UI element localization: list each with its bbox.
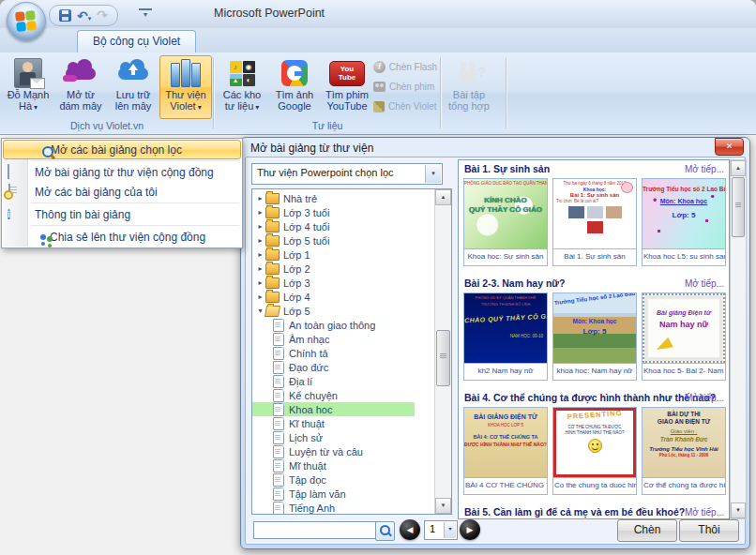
insert-movie-button[interactable]: Chèn phim <box>373 77 437 97</box>
tree-item[interactable]: Kể chuyện <box>252 388 435 402</box>
tree-item[interactable]: ▸Lớp 2 <box>252 262 435 276</box>
tree-item[interactable]: Kĩ thuật <box>252 416 435 430</box>
undo-button[interactable]: ↶▾ <box>77 8 91 24</box>
library-select[interactable]: Thư viện Powerpoint chọn lọc ▾ <box>251 163 443 185</box>
tree-item-expanded[interactable]: ▾Lớp 5 <box>252 304 435 318</box>
thumbnail[interactable]: BÀI GIẢNG ĐIỆN TỬ KHOA HỌC LỚP 5 BÀI 4: … <box>463 407 548 495</box>
thumbnail[interactable]: PRESENTING CƠ THỂ CHÚNG TA ĐƯỢC HÌNH THÀ… <box>552 407 637 495</box>
previous-page-button[interactable]: ◀ <box>400 519 420 540</box>
save-to-cloud-button[interactable]: Lưu trữlên mây <box>107 55 159 119</box>
tree-item-selected[interactable]: Khoa hoc <box>252 402 415 416</box>
youtube-icon: YouTube <box>329 61 365 86</box>
thumbnail[interactable]: Thứ ba ngày 6 tháng 8 năm 2013 Khoa học:… <box>552 178 637 266</box>
insert-violet-button[interactable]: Chèn Violet <box>373 97 437 116</box>
youtube-search-button[interactable]: YouTube Tìm phimYouTube <box>321 55 373 119</box>
thumbnail[interactable]: PHÒNG GIÁO DỤC ĐÀO TẠO QUẬN THANH KHÊ KÍ… <box>463 178 548 266</box>
page-icon <box>273 502 284 515</box>
tree-item[interactable]: Mĩ thuật <box>252 458 435 472</box>
film-icon <box>373 82 386 92</box>
chevron-down-icon: ▾ <box>34 103 38 112</box>
menu-separator <box>31 202 239 203</box>
tree-item[interactable]: Địa lí <box>252 374 435 388</box>
more-link[interactable]: Mở tiếp... <box>685 160 724 178</box>
tree-item[interactable]: ▸Lớp 3 tuổi <box>252 205 435 219</box>
lesson-row: Bài 2-3. Nam hay nữ?Mở tiếp... PHÒNG GD … <box>459 275 729 381</box>
thumbnail[interactable]: Bài giảng Điện tử Nam hay nữ Khoa hoc 5-… <box>642 292 726 381</box>
tree-scrollbar[interactable]: ▲ ▼ <box>434 189 451 514</box>
save-icon[interactable] <box>59 9 71 22</box>
account-button[interactable]: Đỗ MạnhHà▾ <box>2 55 54 119</box>
chevron-down-icon: ▾ <box>255 103 259 112</box>
thumbnail[interactable]: Trường Tiểu học số 2 Lao Bảo Môn: Khoa h… <box>552 292 637 381</box>
thumbnail[interactable]: Trường Tiểu học số 2 Lao Bảo Môn: Khoa h… <box>642 178 726 266</box>
scroll-up-icon[interactable]: ▲ <box>435 189 451 205</box>
tree-item[interactable]: Luyện từ và câu <box>252 444 435 458</box>
thumbnail[interactable]: BÀI DỰ THI GIÁO ÁN ĐIỆN TỬ Giáo viên : T… <box>642 407 726 495</box>
violet-library-button[interactable]: Thư việnViolet▾ <box>159 55 212 119</box>
office-logo-icon <box>15 10 37 32</box>
folder-icon <box>265 235 280 247</box>
tree-item[interactable]: Chính tả <box>252 346 435 360</box>
chevron-down-icon[interactable]: ▾ <box>444 522 456 538</box>
chevron-down-icon[interactable]: ▾ <box>425 165 441 183</box>
media-stores-button[interactable]: ♪◉▴◐ Các khotư liệu▾ <box>216 55 268 119</box>
tree-item[interactable]: Âm nhạc <box>252 332 435 346</box>
menu-item-share-to-community[interactable]: Chia sẻ lên thư viện cộng đồng <box>3 227 241 247</box>
tab-bo-cong-cu-violet[interactable]: Bộ công cụ Violet <box>77 30 196 52</box>
search-button[interactable] <box>375 521 395 541</box>
dialog-body: Thư viện Powerpoint chọn lọc ▾ ▸Nhà trẻ … <box>245 157 746 545</box>
photo-grid <box>553 206 636 233</box>
page-select[interactable]: 1 ▾ <box>424 520 458 540</box>
folder-icon <box>265 221 280 232</box>
ribbon: Đỗ MạnhHà▾ Mở từđám mây Lưu trữlên mây T… <box>0 52 756 135</box>
tree-item[interactable]: ▸Nhà trẻ <box>252 191 435 205</box>
page-icon <box>273 361 284 374</box>
insert-flash-button[interactable]: fChèn Flash <box>373 57 437 77</box>
next-page-button[interactable]: ▶ <box>460 519 480 540</box>
flash-icon: f <box>373 61 386 73</box>
lesson-tree: ▸Nhà trẻ ▸Lớp 3 tuổi ▸Lớp 4 tuổi ▸Lớp 5 … <box>251 188 452 515</box>
tree-item[interactable]: Tiếng Anh <box>252 501 435 515</box>
more-link[interactable]: Mở tiếp... <box>685 275 724 292</box>
chevron-down-icon: ▾ <box>144 10 147 19</box>
more-link[interactable]: Mở tiếp... <box>685 503 724 519</box>
tree-item[interactable]: ▸Lớp 4 <box>252 290 435 304</box>
scrollbar-thumb[interactable] <box>732 177 745 237</box>
close-button[interactable]: ✕ <box>715 138 744 156</box>
tree-item[interactable]: ▸Lớp 4 tuổi <box>252 219 435 233</box>
menu-item-open-selected-lessons[interactable]: Mở các bài giảng chọn lọc <box>3 140 241 159</box>
trumpet-icon <box>654 338 673 355</box>
customize-quick-access-button[interactable]: ▾ <box>139 8 152 20</box>
list-scrollbar[interactable]: ▲ ▼ <box>730 159 747 519</box>
redo-icon[interactable]: ↷ <box>97 9 108 22</box>
menu-item-open-my-lessons[interactable]: Mở các bài giảng của tôi <box>3 182 241 202</box>
tree-item[interactable]: Đạo đức <box>252 360 435 374</box>
tree-item[interactable]: Lịch sử <box>252 430 435 444</box>
mail-icon <box>30 78 45 89</box>
office-button[interactable] <box>7 2 46 41</box>
tree-item[interactable]: An toàn giao thông <box>252 318 435 332</box>
scroll-down-icon[interactable]: ▼ <box>731 502 746 518</box>
cancel-button[interactable]: Thôi <box>679 519 739 542</box>
open-from-cloud-button[interactable]: Mở từđám mây <box>54 55 107 119</box>
tree-item[interactable]: Tập làm văn <box>252 487 435 501</box>
tree-item[interactable]: Tập đọc <box>252 472 435 487</box>
menu-item-lesson-info[interactable]: i Thông tin bài giảng <box>3 204 241 224</box>
more-link[interactable]: Mở tiếp... <box>685 389 724 407</box>
chevron-right-icon: ▸ <box>256 264 265 273</box>
close-icon: ✕ <box>726 142 733 151</box>
tree-item[interactable]: ▸Lớp 3 <box>252 276 435 290</box>
menu-item-open-community-library[interactable]: Mở bài giảng từ thư viện cộng đồng <box>3 162 241 182</box>
search-input[interactable] <box>253 521 377 539</box>
thumbnail[interactable]: PHÒNG GD ĐT QUẬN THANH KHÊ TRƯỜNG TH ĐIN… <box>463 292 548 381</box>
thumbnail-caption: BÀI 4 CƠ THỂ CHÚNG TA <box>464 477 547 492</box>
kitty-icon <box>621 182 633 193</box>
scrollbar-thumb[interactable] <box>436 330 450 386</box>
scroll-up-icon[interactable]: ▲ <box>731 160 746 176</box>
insert-button[interactable]: Chèn <box>617 519 677 542</box>
scroll-down-icon[interactable]: ▼ <box>435 498 451 514</box>
google-image-search-button[interactable]: Tìm ảnhGoogle <box>268 55 321 119</box>
tree-item[interactable]: ▸Lớp 1 <box>252 248 435 262</box>
open-lesson-dialog: Mở bài giảng từ thư viện ✕ Thư viện Powe… <box>240 137 750 549</box>
tree-item[interactable]: ▸Lớp 5 tuổi <box>252 233 435 248</box>
